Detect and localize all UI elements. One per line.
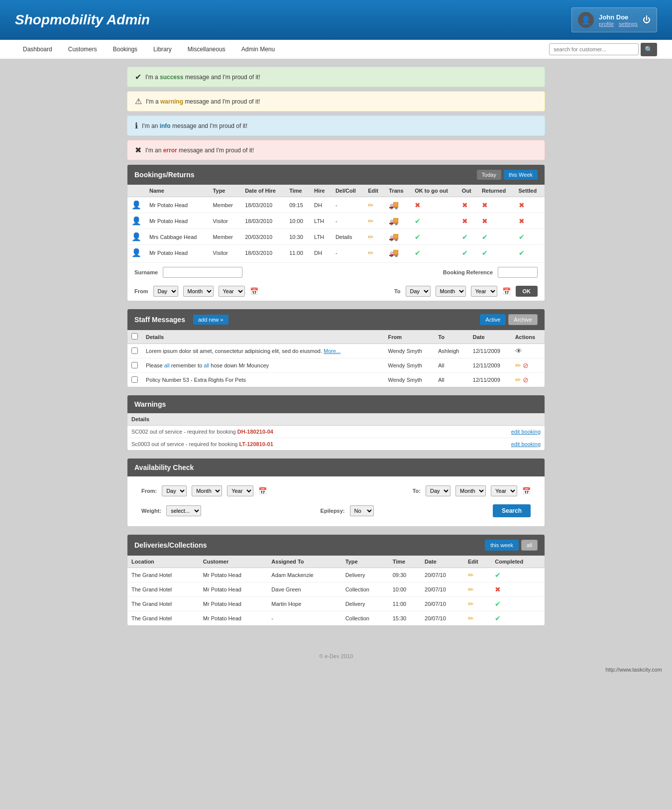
- avail-to-month[interactable]: Month: [455, 485, 486, 496]
- today-button[interactable]: Today: [477, 170, 501, 180]
- this-week-button[interactable]: this Week: [504, 170, 538, 180]
- weight-select[interactable]: select... <50kg 50-70kg 70-90kg 90+kg: [166, 505, 201, 516]
- search-button[interactable]: 🔍: [641, 43, 657, 56]
- to-month-select[interactable]: Month: [436, 286, 466, 297]
- avail-options-row: Weight: select... <50kg 50-70kg 70-90kg …: [134, 500, 538, 521]
- nav-dashboard[interactable]: Dashboard: [15, 40, 60, 59]
- alert-error: ✖ I'm an error message and I'm proud of …: [127, 140, 545, 160]
- edit-icon[interactable]: ✏: [468, 585, 474, 593]
- staff-messages-header: Staff Messages add new » Active Archive: [127, 309, 545, 330]
- row-checkbox[interactable]: [131, 362, 138, 368]
- col-to: To: [434, 330, 469, 344]
- col-type: Type: [341, 556, 389, 568]
- edit-booking-link[interactable]: edit booking: [511, 441, 541, 447]
- cross-icon: ✖: [462, 217, 468, 225]
- staff-messages-title: Staff Messages: [134, 316, 185, 324]
- avail-to-label: To:: [413, 488, 421, 494]
- truck-icon[interactable]: 🚚: [389, 217, 399, 225]
- all-tab-button[interactable]: all: [521, 540, 538, 551]
- user-info: 👤 John Doe profile settings ⏻: [571, 7, 657, 32]
- staff-messages-header-buttons: Active Archive: [480, 314, 538, 325]
- edit-icon[interactable]: ✏: [468, 571, 474, 579]
- add-new-button[interactable]: add new »: [193, 315, 228, 325]
- nav-customers[interactable]: Customers: [60, 40, 105, 59]
- col-action: [461, 413, 545, 426]
- avail-from-year[interactable]: Year: [227, 485, 253, 496]
- from-calendar-icon[interactable]: 📅: [250, 287, 258, 295]
- settings-link[interactable]: settings: [619, 21, 638, 27]
- avail-to-year[interactable]: Year: [491, 485, 517, 496]
- from-month-select[interactable]: Month: [183, 286, 214, 297]
- from-year-select[interactable]: Year: [219, 286, 245, 297]
- surname-input[interactable]: [163, 267, 242, 278]
- search-input[interactable]: [549, 43, 639, 55]
- alert-warning: ⚠ I'm a warning message and I'm proud of…: [127, 91, 545, 112]
- avatar: 👤: [578, 12, 594, 28]
- user-links: profile settings: [599, 21, 638, 27]
- error-icon: ✖: [135, 145, 141, 155]
- to-calendar-icon[interactable]: 📅: [502, 287, 511, 295]
- epilepsy-select[interactable]: No Yes: [350, 505, 374, 516]
- cancel-icon[interactable]: ⊘: [523, 361, 529, 369]
- footer: © e-Dev 2010: [0, 648, 672, 664]
- table-row: The Grand Hotel Mr Potato Head Martin Ho…: [127, 597, 545, 611]
- table-row: 👤 Mr Potato Head Visitor 18/03/2010 10:0…: [127, 213, 545, 229]
- app-title: Shopmobility Admin: [15, 12, 150, 28]
- power-icon[interactable]: ⏻: [643, 15, 651, 24]
- warnings-title: Warnings: [134, 400, 166, 408]
- profile-link[interactable]: profile: [599, 21, 614, 27]
- nav-miscellaneous[interactable]: Miscellaneous: [180, 40, 233, 59]
- truck-icon[interactable]: 🚚: [389, 201, 399, 209]
- avail-to-day[interactable]: Day: [426, 485, 450, 496]
- avail-to-cal-icon[interactable]: 📅: [522, 487, 531, 495]
- col-edit: Edit: [464, 556, 491, 568]
- row-checkbox[interactable]: [131, 347, 138, 354]
- nav-bookings[interactable]: Bookings: [105, 40, 145, 59]
- date-range-row: From Day Month Year 📅 To Day Month Year …: [127, 282, 545, 301]
- warnings-table: Details SC002 out of service - required …: [127, 413, 545, 450]
- col-check: [127, 330, 142, 344]
- staff-messages-table: Details From To Date Actions Lorem ipsum…: [127, 330, 545, 387]
- bookings-header-buttons: Today this Week: [477, 170, 538, 180]
- deliveries-header-buttons: this week all: [485, 540, 538, 551]
- booking-ref-input[interactable]: [498, 267, 538, 278]
- ok-button[interactable]: OK: [516, 286, 538, 297]
- edit-icon[interactable]: ✏: [368, 233, 374, 241]
- nav-library[interactable]: Library: [145, 40, 180, 59]
- archive-tab-button[interactable]: Archive: [508, 314, 538, 325]
- edit-icon[interactable]: ✏: [468, 614, 474, 622]
- avail-from-cal-icon[interactable]: 📅: [258, 487, 267, 495]
- edit-icon[interactable]: ✏: [368, 201, 374, 209]
- cancel-icon[interactable]: ⊘: [523, 376, 529, 384]
- table-row: Please all remember to all hose down Mr …: [127, 358, 545, 373]
- view-icon[interactable]: 👁: [515, 347, 522, 355]
- table-row: Policy Number 53 - Extra Rights For Pets…: [127, 373, 545, 387]
- this-week-tab-button[interactable]: this week: [485, 540, 519, 551]
- select-all-checkbox[interactable]: [131, 333, 138, 340]
- cross-icon: ✖: [519, 217, 525, 225]
- availability-search-button[interactable]: Search: [493, 504, 531, 517]
- edit-icon[interactable]: ✏: [368, 249, 374, 257]
- col-out: Out: [458, 185, 478, 197]
- truck-icon[interactable]: 🚚: [389, 248, 399, 257]
- table-row: 👤 Mr Potato Head Member 18/03/2010 09:15…: [127, 197, 545, 213]
- table-row: The Grand Hotel Mr Potato Head Dave Gree…: [127, 582, 545, 597]
- edit-icon[interactable]: ✏: [468, 600, 474, 608]
- more-link[interactable]: More...: [324, 348, 340, 354]
- avail-date-row: From: Day Month Year 📅 To: Day Month Yea…: [134, 481, 538, 500]
- from-day-select[interactable]: Day: [153, 286, 178, 297]
- edit-icon[interactable]: ✏: [515, 361, 521, 369]
- to-year-select[interactable]: Year: [471, 286, 497, 297]
- truck-icon[interactable]: 🚚: [389, 232, 399, 241]
- nav-admin-menu[interactable]: Admin Menu: [233, 40, 283, 59]
- cross-icon: ✖: [462, 201, 468, 209]
- active-tab-button[interactable]: Active: [480, 314, 506, 325]
- col-settled: Settled: [515, 185, 545, 197]
- edit-booking-link[interactable]: edit booking: [511, 429, 541, 435]
- row-checkbox[interactable]: [131, 376, 138, 383]
- to-day-select[interactable]: Day: [406, 286, 431, 297]
- avail-from-month[interactable]: Month: [192, 485, 222, 496]
- avail-from-day[interactable]: Day: [162, 485, 187, 496]
- edit-icon[interactable]: ✏: [368, 217, 374, 225]
- edit-icon[interactable]: ✏: [515, 376, 521, 384]
